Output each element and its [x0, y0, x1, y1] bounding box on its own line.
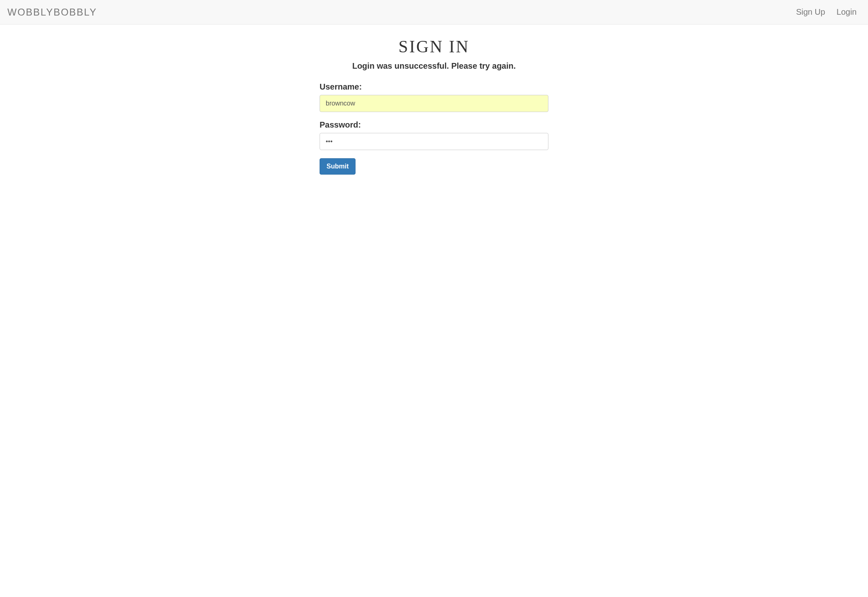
nav-links: Sign Up Login: [796, 7, 861, 17]
username-input[interactable]: [320, 95, 548, 112]
password-group: Password:: [320, 120, 548, 150]
password-input[interactable]: [320, 133, 548, 150]
submit-button[interactable]: Submit: [320, 158, 356, 175]
signin-form: Username: Password: Submit: [320, 82, 548, 175]
title-word-sign: SIGN: [398, 37, 443, 56]
login-link[interactable]: Login: [837, 7, 857, 16]
username-label: Username:: [320, 82, 548, 92]
password-label: Password:: [320, 120, 548, 130]
title-word-in: IN: [449, 37, 470, 56]
navbar: WOBBLYBOBBLY Sign Up Login: [0, 0, 868, 25]
brand-link[interactable]: WOBBLYBOBBLY: [7, 7, 97, 18]
page-title: SIGN IN: [320, 37, 548, 56]
signup-link[interactable]: Sign Up: [796, 7, 825, 16]
main-container: SIGN IN Login was unsuccessful. Please t…: [320, 25, 548, 175]
error-alert: Login was unsuccessful. Please try again…: [320, 61, 548, 71]
username-group: Username:: [320, 82, 548, 112]
